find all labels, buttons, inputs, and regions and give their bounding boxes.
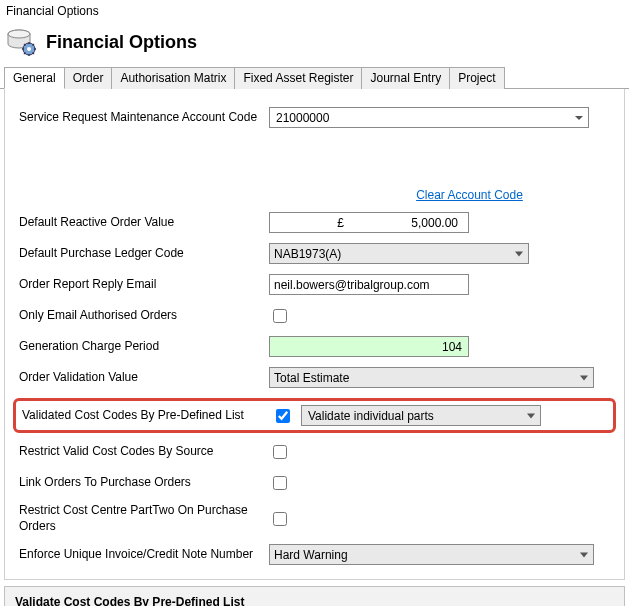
ledger-code-select[interactable]: NAB1973(A): [269, 243, 529, 264]
info-panel: Validate Cost Codes By Pre-Defined List …: [4, 586, 625, 606]
enforce-unique-label: Enforce Unique Invoice/Credit Note Numbe…: [19, 547, 269, 563]
restrict-source-checkbox[interactable]: [273, 445, 287, 459]
svg-point-3: [27, 47, 31, 51]
account-code-label: Service Request Maintenance Account Code: [19, 110, 269, 126]
enforce-unique-select[interactable]: Hard Warning: [269, 544, 594, 565]
reactive-order-value: 5,000.00: [411, 216, 462, 230]
page-header: Financial Options: [0, 24, 629, 64]
tab-general[interactable]: General: [4, 67, 65, 89]
order-validation-select[interactable]: Total Estimate: [269, 367, 594, 388]
validated-cost-row: Validated Cost Codes By Pre-Defined List…: [13, 398, 616, 433]
validated-cost-label: Validated Cost Codes By Pre-Defined List: [22, 408, 272, 424]
reactive-order-input[interactable]: £ 5,000.00: [269, 212, 469, 233]
info-title: Validate Cost Codes By Pre-Defined List: [15, 595, 614, 606]
link-orders-checkbox[interactable]: [273, 476, 287, 490]
database-gear-icon: [6, 26, 38, 58]
order-validation-label: Order Validation Value: [19, 370, 269, 386]
window-title: Financial Options: [0, 0, 629, 24]
link-orders-label: Link Orders To Purchase Orders: [19, 475, 269, 491]
tab-journal-entry[interactable]: Journal Entry: [361, 67, 450, 89]
gen-charge-input[interactable]: 104: [269, 336, 469, 357]
only-email-label: Only Email Authorised Orders: [19, 308, 269, 324]
reactive-order-label: Default Reactive Order Value: [19, 215, 269, 231]
ledger-code-label: Default Purchase Ledger Code: [19, 246, 269, 262]
ledger-code-value: NAB1973(A): [274, 247, 341, 261]
tab-authorisation-matrix[interactable]: Authorisation Matrix: [111, 67, 235, 89]
enforce-unique-value: Hard Warning: [274, 548, 348, 562]
reply-email-input[interactable]: [269, 274, 469, 295]
tab-fixed-asset-register[interactable]: Fixed Asset Register: [234, 67, 362, 89]
only-email-checkbox[interactable]: [273, 309, 287, 323]
tab-order[interactable]: Order: [64, 67, 113, 89]
tab-project[interactable]: Project: [449, 67, 504, 89]
currency-symbol: £: [270, 216, 411, 230]
reply-email-label: Order Report Reply Email: [19, 277, 269, 293]
validated-cost-mode-select[interactable]: Validate individual parts: [301, 405, 541, 426]
account-code-input[interactable]: [269, 107, 589, 128]
validated-cost-mode-value: Validate individual parts: [308, 409, 434, 423]
restrict-part2-label: Restrict Cost Centre PartTwo On Purchase…: [19, 503, 269, 534]
clear-account-code-link[interactable]: Clear Account Code: [416, 188, 523, 202]
svg-point-1: [8, 30, 30, 38]
general-panel: Service Request Maintenance Account Code…: [4, 89, 625, 580]
gen-charge-value: 104: [442, 340, 462, 354]
validated-cost-checkbox[interactable]: [276, 409, 290, 423]
gen-charge-label: Generation Charge Period: [19, 339, 269, 355]
restrict-source-label: Restrict Valid Cost Codes By Source: [19, 444, 269, 460]
tab-strip: General Order Authorisation Matrix Fixed…: [0, 66, 629, 89]
order-validation-value: Total Estimate: [274, 371, 349, 385]
page-title: Financial Options: [46, 32, 197, 53]
restrict-part2-checkbox[interactable]: [273, 512, 287, 526]
